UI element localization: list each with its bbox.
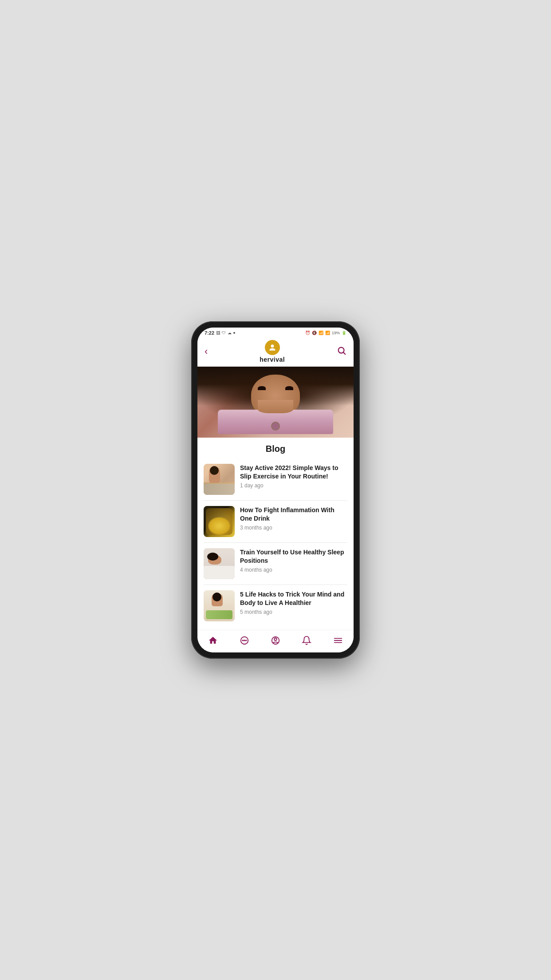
nav-chat[interactable]	[239, 635, 250, 646]
status-wifi-icon: 📶	[319, 331, 323, 335]
status-icon-cloud: ☁	[228, 331, 232, 335]
status-mute-icon: 🔇	[312, 331, 317, 335]
right-eye	[285, 386, 293, 390]
blog-item-3[interactable]: Train Yourself to Use Healthy Sleep Posi…	[204, 543, 347, 585]
phone-screen: 7:22 🖼 🛡 ☁ ⏰ 🔇 📶 📶 19% 🔋 ‹	[197, 328, 354, 652]
bottom-navigation	[197, 630, 354, 652]
app-title: hervival	[260, 356, 285, 363]
tablet	[218, 410, 333, 434]
status-battery: 19%	[332, 331, 340, 335]
inflammation-thumbnail	[204, 506, 235, 537]
blog-time-2: 3 months ago	[240, 525, 347, 531]
status-signal-icon: 📶	[325, 331, 330, 335]
blog-title-2: How To Fight Inflammation With One Drink	[240, 506, 347, 523]
nav-home[interactable]	[207, 635, 219, 646]
status-bar: 7:22 🖼 🛡 ☁ ⏰ 🔇 📶 📶 19% 🔋	[197, 328, 354, 337]
status-icon-photo: 🖼	[216, 331, 220, 335]
status-right: ⏰ 🔇 📶 📶 19% 🔋	[305, 331, 346, 335]
blog-title-4: 5 Life Hacks to Trick Your Mind and Body…	[240, 590, 347, 607]
blog-thumb-2	[204, 506, 235, 537]
blog-time-1: 1 day ago	[240, 482, 347, 489]
status-alarm-icon: ⏰	[305, 331, 310, 335]
blog-time-4: 5 months ago	[240, 609, 347, 615]
header-center: hervival	[260, 340, 285, 363]
blog-title-1: Stay Active 2022! Simple Ways to Slip Ex…	[240, 464, 347, 481]
blog-thumb-4	[204, 590, 235, 621]
main-content: Blog Stay Active 2022! Simple Ways to Sl…	[197, 438, 354, 630]
left-eye	[258, 386, 266, 390]
blog-section-title: Blog	[197, 438, 354, 458]
back-button[interactable]: ‹	[205, 346, 208, 357]
lower-face	[258, 400, 293, 413]
blog-info-1: Stay Active 2022! Simple Ways to Slip Ex…	[240, 464, 347, 489]
eyes	[258, 386, 293, 390]
status-time: 7:22	[205, 330, 214, 336]
blog-title-3: Train Yourself to Use Healthy Sleep Posi…	[240, 548, 347, 565]
svg-point-5	[244, 640, 245, 641]
menu-icon	[332, 635, 344, 646]
blog-thumb-1	[204, 464, 235, 495]
blog-info-3: Train Yourself to Use Healthy Sleep Posi…	[240, 548, 347, 573]
search-button[interactable]	[337, 346, 346, 358]
sleep-thumbnail	[204, 548, 235, 579]
profile-icon	[270, 635, 281, 646]
nav-profile[interactable]	[270, 635, 281, 646]
chat-icon	[239, 635, 250, 646]
svg-point-8	[274, 638, 277, 641]
hero-banner	[197, 367, 354, 438]
home-icon	[207, 635, 219, 646]
status-battery-icon: 🔋	[342, 331, 346, 335]
status-left: 7:22 🖼 🛡 ☁	[205, 330, 235, 336]
hacks-thumbnail	[204, 590, 235, 621]
blog-thumb-3	[204, 548, 235, 579]
exercise-thumbnail	[204, 464, 235, 495]
svg-point-0	[271, 344, 274, 348]
app-header: ‹ hervival	[197, 337, 354, 367]
status-icon-shield: 🛡	[222, 331, 226, 335]
status-dot	[233, 332, 235, 334]
blog-info-2: How To Fight Inflammation With One Drink…	[240, 506, 347, 531]
tablet-button	[271, 422, 280, 431]
phone-frame: 7:22 🖼 🛡 ☁ ⏰ 🔇 📶 📶 19% 🔋 ‹	[191, 321, 360, 659]
svg-point-6	[245, 640, 246, 641]
svg-point-4	[242, 640, 243, 641]
blog-item-4[interactable]: 5 Life Hacks to Trick Your Mind and Body…	[204, 585, 347, 627]
hero-illustration	[197, 367, 354, 438]
nav-menu[interactable]	[332, 635, 344, 646]
bell-icon	[301, 635, 312, 646]
logo-icon	[268, 343, 277, 352]
blog-list: Stay Active 2022! Simple Ways to Slip Ex…	[197, 458, 354, 627]
blog-info-4: 5 Life Hacks to Trick Your Mind and Body…	[240, 590, 347, 615]
app-logo	[265, 340, 280, 355]
svg-line-2	[343, 352, 345, 354]
nav-notifications[interactable]	[301, 635, 312, 646]
blog-item-2[interactable]: How To Fight Inflammation With One Drink…	[204, 501, 347, 543]
blog-time-3: 4 months ago	[240, 567, 347, 573]
blog-item-1[interactable]: Stay Active 2022! Simple Ways to Slip Ex…	[204, 458, 347, 501]
